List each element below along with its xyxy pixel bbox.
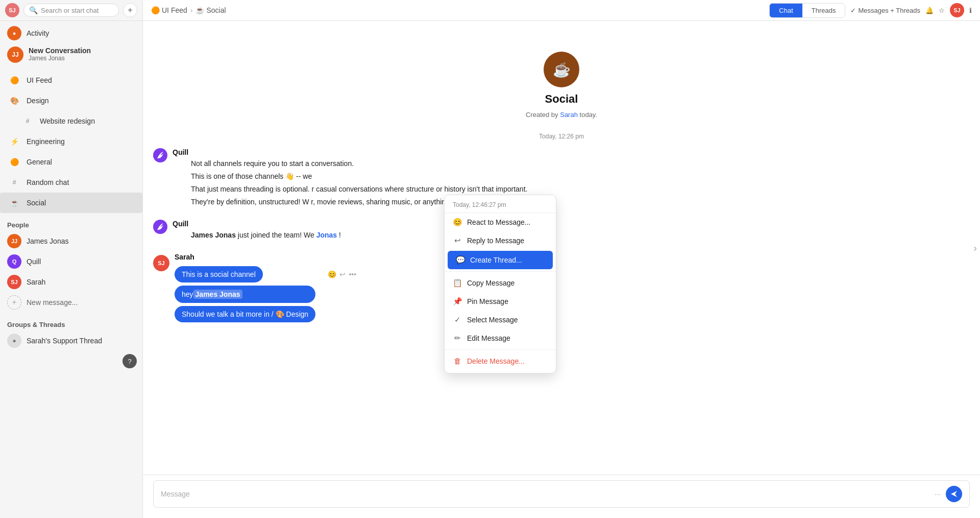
- sidebar-header: SJ 🔍 Search or start chat +: [0, 0, 142, 21]
- message-row-quill-1: Quill Not all channels require you to st…: [153, 148, 970, 207]
- send-button[interactable]: [946, 486, 962, 502]
- random-chat-label: Random chat: [27, 178, 69, 186]
- context-menu-time: Today, 12:46:27 pm: [445, 198, 556, 213]
- new-conversation-info: New Conversation James Jonas: [29, 46, 91, 62]
- search-bar[interactable]: 🔍 Search or start chat: [23, 4, 119, 17]
- activity-icon: ●: [7, 26, 21, 40]
- sidebar-item-sarah[interactable]: SJ Sarah: [0, 272, 142, 292]
- new-message-label: New message...: [27, 298, 78, 307]
- reply-button[interactable]: ↩: [339, 270, 346, 278]
- sidebar-item-quill[interactable]: Q Quill: [0, 251, 142, 272]
- copy-label: Copy Message: [467, 279, 514, 287]
- menu-react[interactable]: 😊 React to Message...: [445, 213, 556, 231]
- star-button[interactable]: ☆: [939, 7, 945, 14]
- quill-msg-3: That just means threading is optional. r…: [191, 184, 556, 195]
- breadcrumb-separator: ›: [190, 6, 193, 14]
- quill-icon: [153, 148, 167, 162]
- sarah-avatar: SJ: [7, 275, 21, 289]
- sidebar-footer: ?: [0, 353, 142, 379]
- support-thread-icon: ●: [7, 334, 21, 348]
- add-conversation-button[interactable]: +: [123, 3, 137, 17]
- general-icon: 🟠: [7, 155, 21, 169]
- sidebar-item-sarahs-support[interactable]: ● Sarah's Support Thread: [0, 331, 142, 351]
- sarah-name: Sarah: [175, 253, 194, 261]
- channel-avatar-large: ☕: [544, 52, 579, 87]
- sidebar-item-general[interactable]: 🟠 General: [0, 152, 142, 172]
- james-jonas-avatar: JJ: [7, 234, 21, 248]
- quill-2-content: Quill James Jonas just joined the team! …: [173, 220, 341, 241]
- breadcrumb-ui-feed[interactable]: 🟠 UI Feed: [151, 6, 187, 14]
- sidebar-item-engineering[interactable]: ⚡ Engineering: [0, 131, 142, 152]
- new-message-plus-icon: +: [7, 295, 21, 310]
- workspaces-section: 🟠 UI Feed 🎨 Design # Website redesign ⚡ …: [0, 68, 142, 215]
- messages-threads-toggle[interactable]: ✓ Messages + Threads: [850, 7, 920, 14]
- sidebar-item-james-jonas[interactable]: JJ James Jonas: [0, 231, 142, 251]
- topbar-user-avatar[interactable]: SJ: [950, 3, 964, 17]
- topbar-info-button[interactable]: ℹ: [969, 7, 972, 14]
- help-button[interactable]: ?: [122, 354, 137, 368]
- sidebar-item-design[interactable]: 🎨 Design: [0, 90, 142, 111]
- messages-panel[interactable]: ☕ Social Created by Sarah today. Today, …: [143, 21, 980, 475]
- design-label: Design: [27, 97, 49, 105]
- quill-msg-2: This is one of those channels 👋 -- we: [191, 171, 556, 182]
- sarah-bubble-avatar: SJ: [153, 255, 169, 271]
- breadcrumb-social[interactable]: ☕ Social: [195, 6, 226, 14]
- tab-chat[interactable]: Chat: [770, 4, 802, 17]
- sidebar-item-website-redesign[interactable]: # Website redesign: [0, 111, 142, 131]
- groups-section: Groups & Threads ● Sarah's Support Threa…: [0, 315, 142, 353]
- select-label: Select Message: [467, 316, 518, 324]
- message-group-quill-2: Quill James Jonas just joined the team! …: [153, 220, 970, 245]
- engineering-icon: ⚡: [7, 134, 21, 149]
- pin-label: Pin Message: [467, 297, 508, 305]
- quill-name: Quill: [173, 148, 188, 156]
- ui-feed-breadcrumb-label: UI Feed: [162, 6, 187, 14]
- james-jonas-label: James Jonas: [27, 237, 68, 245]
- menu-select[interactable]: ✓ Select Message: [445, 311, 556, 329]
- tab-threads[interactable]: Threads: [802, 4, 845, 17]
- sarah-bubble-2: hey James Jonas: [175, 286, 315, 303]
- new-conversation-title: New Conversation: [29, 46, 91, 55]
- quill-label: Quill: [27, 257, 41, 266]
- context-menu: Today, 12:46:27 pm 😊 React to Message...…: [444, 195, 556, 373]
- react-label: React to Message...: [467, 218, 531, 226]
- menu-reply[interactable]: ↩ Reply to Message: [445, 231, 556, 250]
- sarah-bubbles: Sarah This is a social channel 😊 ↩ ••• h…: [175, 253, 315, 322]
- sidebar-item-social[interactable]: ☕ Social: [0, 193, 142, 213]
- menu-copy[interactable]: 📋 Copy Message: [445, 274, 556, 292]
- sarah-bubble-3: Should we talk a bit more in / 🎨 Design: [175, 306, 315, 322]
- messages-threads-label: Messages + Threads: [858, 7, 920, 14]
- sidebar-item-random-chat[interactable]: # Random chat: [0, 172, 142, 193]
- message-group-sarah: SJ Sarah This is a social channel 😊 ↩ ••…: [153, 253, 970, 324]
- input-more-options[interactable]: ···: [935, 490, 941, 498]
- message-action-bar: 😊 ↩ •••: [328, 270, 356, 278]
- input-actions: ···: [935, 486, 962, 502]
- social-breadcrumb-label: Social: [206, 6, 226, 14]
- notification-bell[interactable]: 🔔: [925, 7, 934, 14]
- social-icon: ☕: [7, 196, 21, 210]
- sidebar-item-new-conversation[interactable]: JJ New Conversation James Jonas: [0, 43, 142, 66]
- delete-icon: 🗑: [453, 357, 462, 365]
- reply-label: Reply to Message: [467, 237, 524, 245]
- ui-feed-breadcrumb-icon: 🟠: [151, 6, 160, 14]
- more-actions-button[interactable]: •••: [349, 270, 356, 278]
- sidebar-item-activity[interactable]: ● Activity: [0, 23, 142, 43]
- channel-creator-link[interactable]: Sarah: [560, 111, 578, 119]
- create-thread-label: Create Thread...: [470, 256, 522, 264]
- react-icon: 😊: [453, 218, 462, 227]
- channel-header: ☕ Social Created by Sarah today.: [153, 31, 970, 129]
- quill-avatar: Q: [7, 254, 21, 269]
- menu-delete[interactable]: 🗑 Delete Message...: [445, 352, 556, 370]
- menu-create-thread[interactable]: 💬 Create Thread...: [448, 251, 553, 269]
- new-conversation-avatar: JJ: [7, 46, 23, 63]
- edit-icon: ✏: [453, 334, 462, 343]
- user-avatar[interactable]: SJ: [5, 3, 19, 17]
- menu-edit[interactable]: ✏ Edit Message: [445, 329, 556, 347]
- checkmark-icon: ✓: [850, 7, 856, 14]
- copy-icon: 📋: [453, 278, 462, 288]
- sidebar-item-ui-feed[interactable]: 🟠 UI Feed: [0, 70, 142, 90]
- emoji-reaction-button[interactable]: 😊: [328, 270, 336, 278]
- menu-pin[interactable]: 📌 Pin Message: [445, 292, 556, 311]
- activity-label: Activity: [27, 29, 49, 37]
- sidebar-item-new-message[interactable]: + New message...: [0, 292, 142, 313]
- chat-area: ☕ Social Created by Sarah today. Today, …: [143, 21, 980, 475]
